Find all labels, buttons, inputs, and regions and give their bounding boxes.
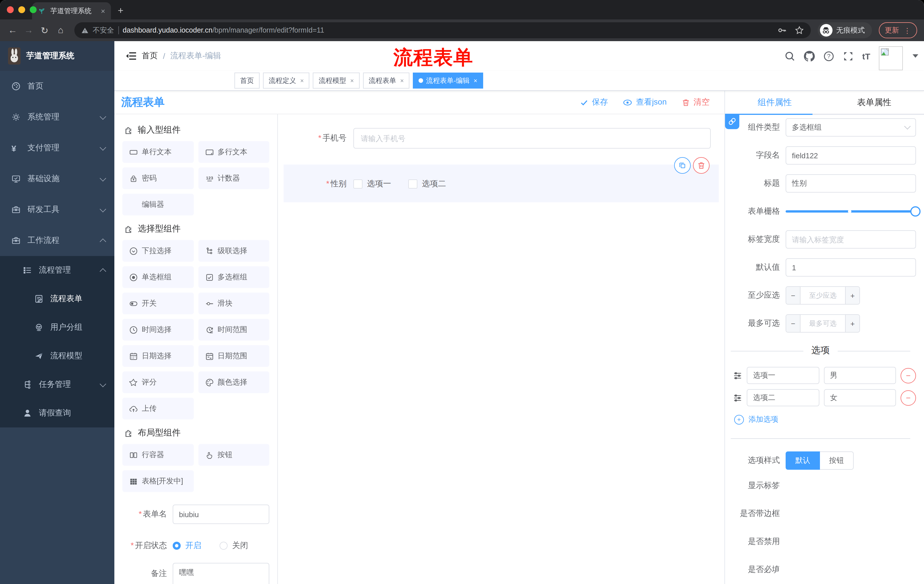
gender-checkbox-option2[interactable]: 选项二 [408,179,446,189]
palette-item-multi-text[interactable]: 多行文本 [198,141,269,163]
palette-item-button[interactable]: 按钮 [198,444,269,466]
radio-on-label[interactable]: 开启 [185,541,201,551]
palette-item-counter[interactable]: 计数器 [198,168,269,189]
address-bar[interactable]: 不安全 dashboard.yudao.iocoder.cn/bpm/manag… [74,22,810,38]
tag-close-icon[interactable]: × [400,77,404,84]
zoom-window-button[interactable] [30,6,36,13]
phone-field-row[interactable]: *手机号 [278,128,724,148]
stepper-plus-button[interactable]: + [845,287,860,304]
option2-value-input[interactable] [823,389,896,406]
palette-item-select[interactable]: 下拉选择 [122,240,193,262]
sidebar-item-leave-query[interactable]: 请假查询 [0,399,114,428]
gender-checkbox-option1[interactable]: 选项一 [353,179,391,189]
tab-form-props[interactable]: 表单属性 [825,91,924,114]
palette-item-single-text[interactable]: 单行文本 [122,141,193,163]
palette-item-row-container[interactable]: 行容器 [122,444,193,466]
max-checked-input[interactable] [800,315,845,332]
selected-component-gender[interactable]: *性别 选项一 选项二 [284,165,719,202]
checkbox-icon[interactable] [353,179,363,189]
tag-process-form[interactable]: 流程表单× [363,72,410,89]
chrome-update-button[interactable]: 更新 ⋮ [879,22,917,38]
sidebar-item-devtools[interactable]: 研发工具 [0,194,114,225]
radio-off-label[interactable]: 关闭 [232,541,248,551]
component-type-select[interactable] [785,118,916,137]
radio-on-selected[interactable] [173,542,181,550]
reload-icon[interactable]: ↻ [38,25,51,36]
palette-item-date-range[interactable]: 日期范围 [198,345,269,367]
option1-value-input[interactable] [823,367,896,384]
save-button[interactable]: 保存 [580,97,608,107]
palette-item-table[interactable]: 表格[开发中] [122,470,193,492]
remove-option-button[interactable]: − [901,368,916,383]
tag-close-icon[interactable]: × [474,77,477,84]
remove-option-button[interactable]: − [901,390,916,405]
sidebar-item-process-model[interactable]: 流程模型 [0,342,114,370]
macos-traffic-lights[interactable] [7,6,36,13]
fullscreen-icon[interactable] [843,51,854,61]
delete-component-button[interactable] [693,157,710,174]
help-icon[interactable] [823,51,834,61]
palette-item-slider[interactable]: 滑块 [198,293,269,314]
breadcrumb-home[interactable]: 首页 [142,51,158,61]
clear-button[interactable]: 清空 [681,97,710,107]
min-checked-input[interactable] [800,287,845,304]
home-icon[interactable]: ⌂ [54,25,68,35]
min-checked-stepper[interactable]: −+ [785,286,860,304]
slider-track[interactable] [785,210,916,212]
sidebar-item-infra[interactable]: 基础设施 [0,163,114,194]
palette-item-checkbox-group[interactable]: 多选框组 [198,266,269,288]
sidebar-item-task-mgmt[interactable]: 任务管理 [0,370,114,399]
not-secure-label[interactable]: 不安全 [92,25,114,35]
form-name-input[interactable] [173,505,269,524]
bookmark-star-icon[interactable] [794,26,804,35]
palette-item-radio-group[interactable]: 单选框组 [122,266,193,288]
form-canvas[interactable]: *手机号 *性别 选项一 [278,114,724,584]
phone-input[interactable] [353,128,711,148]
stepper-minus-button[interactable]: − [786,315,800,332]
option1-name-input[interactable] [747,367,819,384]
sidebar-item-user-group[interactable]: 用户分组 [0,313,114,342]
key-icon[interactable] [777,26,787,35]
close-window-button[interactable] [7,6,14,13]
field-name-input[interactable] [785,146,916,165]
default-value-input[interactable] [785,258,916,276]
stepper-plus-button[interactable]: + [845,315,860,332]
browser-menu-dots-icon[interactable]: ⋮ [904,26,911,35]
palette-item-rate[interactable]: 评分 [122,372,193,393]
add-option-button[interactable]: + 添加选项 [734,414,916,424]
hamburger-collapse-icon[interactable] [126,52,136,60]
url-text[interactable]: dashboard.yudao.iocoder.cn/bpm/manager/f… [123,26,324,34]
text-size-icon[interactable]: tT [862,51,870,61]
radio-off[interactable] [219,542,228,550]
drag-handle-icon[interactable] [733,393,742,402]
back-icon[interactable]: ← [6,25,20,35]
style-button-button[interactable]: 按钮 [820,451,854,470]
drag-handle-icon[interactable] [733,371,742,380]
sidebar-item-payment[interactable]: ¥ 支付管理 [0,133,114,163]
palette-item-password[interactable]: 密码 [122,168,193,189]
sidebar-item-process-form[interactable]: 流程表单 [0,285,114,313]
checkbox-icon[interactable] [408,179,417,189]
slider-handle[interactable] [910,206,921,217]
palette-item-editor[interactable]: 编辑器 [122,194,193,216]
tag-process-model[interactable]: 流程模型× [313,72,360,89]
tag-home[interactable]: 首页 [234,72,260,89]
palette-item-switch[interactable]: 开关 [122,293,193,314]
sidebar-item-system[interactable]: 系统管理 [0,102,114,133]
form-grid-slider[interactable] [785,202,916,220]
avatar[interactable] [879,46,903,70]
style-default-button[interactable]: 默认 [785,451,820,470]
label-width-input[interactable] [785,230,916,248]
sidebar-item-process-mgmt[interactable]: 流程管理 [0,256,114,285]
github-icon[interactable] [804,51,815,61]
view-json-button[interactable]: 查看json [623,97,667,107]
palette-item-time-range[interactable]: 时间范围 [198,319,269,341]
palette-item-time-picker[interactable]: 时间选择 [122,319,193,341]
tab-component-props[interactable]: 组件属性 [725,91,825,114]
search-icon[interactable] [784,51,795,61]
sidebar-item-workflow[interactable]: 工作流程 [0,225,114,256]
option2-name-input[interactable] [747,389,819,406]
forward-icon[interactable]: → [22,25,35,35]
avatar-caret-icon[interactable] [912,54,918,58]
sidebar-item-home[interactable]: 首页 [0,71,114,102]
